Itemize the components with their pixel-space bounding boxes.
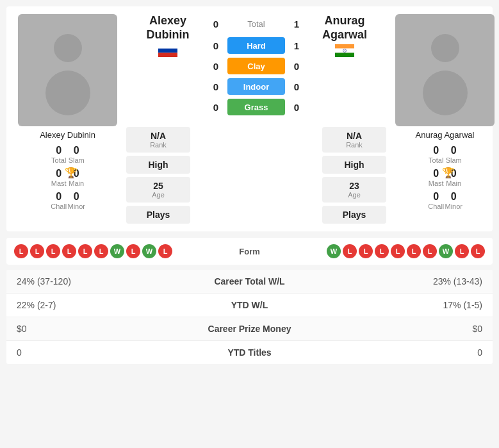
svg-point-9 [345,51,345,51]
left-chall-stat: 0 Chall [50,191,68,210]
left-stats-grid: 0 Total 0 Slam 0 Mast 🏆 0 Main 0 [50,145,85,210]
form-badge-l: L [423,244,437,258]
left-form-badges: LLLLLLWLWL [14,244,172,258]
right-minor-stat: 0 Minor [445,191,463,210]
svg-point-0 [54,34,82,62]
stats-row: 22% (2-7) YTD W/L 17% (1-5) [6,294,493,317]
total-section: 0 Total 1 0 Hard 1 0 Clay [209,14,303,119]
stat-left-1: 22% (2-7) [6,294,167,317]
form-badge-l: L [14,244,28,258]
left-player-name: Alexey Dubinin [40,130,95,140]
left-rank-box: N/A Rank [126,127,190,153]
surface-table: 0 Hard 1 0 Clay 0 0 Indoor 0 [209,36,303,117]
stat-left-2: $0 [6,317,167,341]
left-name-header: Alexey Dubinin [126,14,209,57]
main-container: Alexey Dubinin 0 Total 0 Slam 0 Mast 🏆 0 [0,0,499,370]
stat-right-1: 17% (1-5) [332,294,493,317]
form-badge-l: L [391,244,405,258]
stats-row: $0 Career Prize Money $0 [6,317,493,341]
left-trophy-icon: 🏆 [65,167,78,179]
form-badge-l: L [78,244,92,258]
stat-center-1: YTD W/L [167,294,332,317]
left-player-avatar [18,14,117,126]
grass-badge: Grass [227,99,285,115]
center-column: Alexey Dubinin 0 Total [124,14,389,224]
hard-row: 0 Hard 1 [209,36,303,55]
left-flag [126,44,209,57]
svg-rect-7 [335,53,354,58]
right-player-name: Anurag Agarwal [416,130,475,140]
stat-right-0: 23% (13-43) [332,270,493,294]
form-badge-w: W [142,244,156,258]
hard-badge: Hard [227,37,285,54]
indoor-row: 0 Indoor 0 [209,77,303,96]
form-badge-w: W [439,244,453,258]
stats-table: 24% (37-120) Career Total W/L 23% (13-43… [6,270,493,364]
grass-row: 0 Grass 0 [209,97,303,117]
left-high-box: High [126,156,190,174]
stat-center-3: YTD Titles [167,341,332,365]
stats-row: 24% (37-120) Career Total W/L 23% (13-43… [6,270,493,294]
right-stats-grid: 0 Total 0 Slam 0 Mast 🏆 0 Main 0 [427,145,462,210]
left-trophy-main: 🏆 0 Main [68,168,86,187]
form-badge-l: L [375,244,389,258]
stat-center-2: Career Prize Money [167,317,332,341]
form-badge-l: L [94,244,108,258]
total-row: 0 Total 1 [209,14,303,33]
right-player-card: Anurag Agarwal 0 Total 0 Slam 0 Mast 🏆 0 [389,14,499,224]
left-name-line1: Alexey [126,14,209,28]
right-form-badges: WLLLLLLWLL [327,244,485,258]
form-badge-l: L [62,244,76,258]
right-trophy-icon: 🏆 [442,167,455,179]
right-chall-stat: 0 Chall [427,191,445,210]
right-info-boxes: N/A Rank High 23 Age Plays [322,127,386,224]
right-flag [303,44,386,57]
left-name-line2: Dubinin [126,28,209,42]
svg-rect-2 [158,44,177,49]
right-slam-stat: 0 Slam [445,145,463,164]
left-info-boxes: N/A Rank High 25 Age Plays [126,127,190,224]
right-total-stat: 0 Total [427,145,445,164]
left-minor-stat: 0 Minor [68,191,86,210]
names-row: Alexey Dubinin 0 Total [126,14,386,119]
svg-rect-4 [158,53,177,58]
svg-point-11 [423,71,468,115]
stats-row: 0 YTD Titles 0 [6,341,493,365]
right-rank-box: N/A Rank [322,127,386,153]
form-badge-l: L [455,244,469,258]
form-section: LLLLLLWLWL Form WLLLLLLWLL [6,238,493,265]
stat-center-0: Career Total W/L [167,270,332,294]
clay-badge: Clay [227,58,285,74]
middle-info-row: N/A Rank High 25 Age Plays [126,127,386,224]
stat-left-3: 0 [6,341,167,365]
left-plays-box: Plays [126,206,190,224]
right-player-avatar [395,14,495,126]
svg-rect-5 [335,44,354,49]
form-badge-w: W [110,244,124,258]
form-label: Form [218,247,282,256]
right-high-box: High [322,156,386,174]
stat-right-3: 0 [332,341,493,365]
right-age-box: 23 Age [322,177,386,203]
form-badge-w: W [327,244,341,258]
right-name-line2: Agarwal [303,28,386,42]
form-badge-l: L [158,244,172,258]
form-badge-l: L [30,244,44,258]
form-badge-l: L [471,244,485,258]
right-trophy-main: 🏆 0 Main [445,168,463,187]
form-badge-l: L [126,244,140,258]
stat-right-2: $0 [332,317,493,341]
left-total-stat: 0 Total [50,145,68,164]
left-player-card: Alexey Dubinin 0 Total 0 Slam 0 Mast 🏆 0 [12,14,124,224]
stats-tbody: 24% (37-120) Career Total W/L 23% (13-43… [6,270,493,364]
stat-left-0: 24% (37-120) [6,270,167,294]
left-age-box: 25 Age [126,177,190,203]
right-name-line1: Anurag [303,14,386,28]
form-badge-l: L [343,244,357,258]
form-badge-l: L [46,244,60,258]
svg-point-10 [431,34,459,62]
right-plays-box: Plays [322,206,386,224]
left-slam-stat: 0 Slam [68,145,86,164]
clay-row: 0 Clay 0 [209,56,303,76]
form-badge-l: L [407,244,421,258]
